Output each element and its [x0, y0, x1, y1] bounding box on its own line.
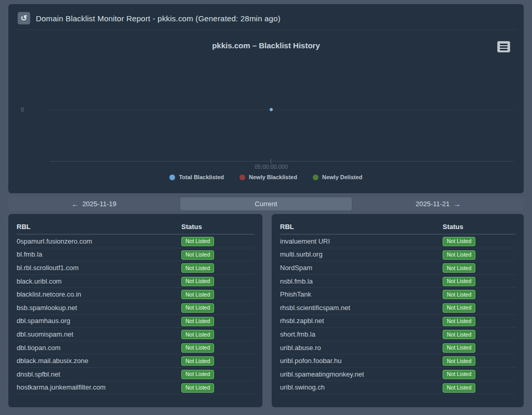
status-cell: Not Listed [443, 382, 515, 393]
rbl-name: dbl.tiopan.com [17, 344, 181, 352]
status-cell: Not Listed [181, 276, 254, 286]
rbl-name: bsb.spamlookup.net [17, 304, 181, 312]
x-axis-tick [271, 159, 271, 164]
y-axis-tick-label: 0 [12, 106, 24, 113]
table-row: uribl.pofon.foobar.huNot Listed [280, 354, 515, 368]
rbl-name: uribl.abuse.ro [280, 344, 443, 352]
status-column-header: Status [181, 223, 254, 231]
status-cell: Not Listed [181, 369, 254, 379]
report-header: ↺ Domain Blacklist Monitor Report - pkki… [8, 4, 524, 24]
rbl-name: nsbl.fmb.la [280, 277, 443, 285]
chart-legend: Total BlacklistedNewly BlacklistedNewly … [8, 174, 524, 180]
legend-dot-icon [313, 175, 318, 180]
rbl-name: blacklist.netcore.co.in [17, 290, 181, 298]
rbl-name: dbl.spamhaus.org [17, 317, 181, 325]
table-row: dbl.spamhaus.orgNot Listed [17, 315, 254, 328]
current-day-label: Current [255, 200, 277, 208]
status-badge: Not Listed [443, 290, 475, 299]
table-row: bl.fmb.laNot Listed [17, 248, 254, 262]
status-cell: Not Listed [443, 263, 515, 273]
report-title: Domain Blacklist Monitor Report - pkkis.… [36, 14, 281, 23]
rbl-name: NordSpam [280, 264, 443, 272]
rbl-name: uribl.spameatingmonkey.net [280, 370, 443, 378]
blacklist-history-chart: pkkis.com – Blacklist History 0 05:00:00… [8, 30, 524, 188]
date-navigation: ← 2025-11-19 Current 2025-11-21 → [8, 197, 524, 210]
current-day-button[interactable]: Current [180, 197, 351, 210]
status-cell: Not Listed [181, 263, 254, 273]
table-row: short.fmb.laNot Listed [280, 328, 515, 341]
table-row: bl.rbl.scrolloutf1.comNot Listed [17, 261, 254, 275]
status-cell: Not Listed [443, 342, 515, 353]
rbl-column-header: RBL [280, 223, 443, 231]
legend-label: Newly Delisted [322, 174, 363, 180]
rbl-name: multi.surbl.org [280, 250, 443, 258]
status-cell: Not Listed [181, 342, 254, 353]
table-row: hostkarma.junkemailfilter.comNot Listed [17, 381, 254, 395]
prev-day-label: 2025-11-19 [82, 200, 116, 208]
rbl-name: dblack.mail.abusix.zone [17, 357, 181, 365]
status-cell: Not Listed [181, 249, 254, 260]
status-cell: Not Listed [443, 329, 515, 340]
legend-dot-icon [169, 175, 175, 180]
table-row: nsbl.fmb.laNot Listed [280, 275, 515, 288]
legend-item[interactable]: Newly Delisted [313, 174, 363, 180]
next-day-button[interactable]: 2025-11-21 → [353, 197, 524, 210]
status-badge: Not Listed [443, 277, 475, 286]
rbl-table-header: RBL Status [280, 221, 515, 235]
status-badge: Not Listed [181, 370, 214, 379]
y-gridline [49, 110, 513, 110]
status-cell: Not Listed [443, 249, 515, 260]
next-day-label: 2025-11-21 [416, 200, 450, 208]
legend-item[interactable]: Newly Blacklisted [240, 174, 297, 180]
rbl-name: bl.fmb.la [17, 250, 181, 258]
table-row: black.uribl.comNot Listed [17, 275, 254, 288]
table-row: uribl.swinog.chNot Listed [280, 381, 515, 395]
rbl-name: dnsbl.spfbl.net [17, 370, 181, 378]
status-cell: Not Listed [181, 289, 254, 300]
table-row: dnsbl.spfbl.netNot Listed [17, 368, 254, 381]
table-row: 0spamurl.fusionzero.comNot Listed [17, 235, 254, 248]
status-badge: Not Listed [181, 317, 214, 326]
legend-label: Newly Blacklisted [249, 174, 297, 180]
rbl-name: black.uribl.com [17, 277, 181, 285]
page: ↺ Domain Blacklist Monitor Report - pkki… [0, 0, 532, 415]
table-row: dbl.tiopan.comNot Listed [17, 341, 254, 355]
legend-item[interactable]: Total Blacklisted [169, 174, 224, 180]
status-badge: Not Listed [181, 303, 214, 313]
table-row: uribl.spameatingmonkey.netNot Listed [280, 368, 515, 381]
status-column-header: Status [443, 223, 515, 231]
prev-day-button[interactable]: ← 2025-11-19 [8, 197, 179, 210]
table-row: rhsbl.zapbl.netNot Listed [280, 315, 515, 328]
status-cell: Not Listed [181, 356, 254, 366]
status-badge: Not Listed [181, 263, 214, 273]
status-cell: Not Listed [443, 236, 515, 246]
rbl-table-right: RBL Status invaluement URINot Listedmult… [272, 214, 524, 407]
status-badge: Not Listed [181, 356, 214, 366]
arrow-left-icon: ← [71, 200, 78, 208]
data-point[interactable] [270, 108, 273, 111]
chart-context-menu-button[interactable] [497, 41, 510, 52]
history-back-button[interactable]: ↺ [18, 12, 30, 24]
status-badge: Not Listed [181, 383, 214, 393]
table-row: NordSpamNot Listed [280, 261, 515, 275]
status-cell: Not Listed [443, 316, 515, 326]
rbl-table-body: 0spamurl.fusionzero.comNot Listedbl.fmb.… [17, 235, 254, 394]
status-badge: Not Listed [181, 250, 214, 260]
rbl-name: bl.rbl.scrolloutf1.com [17, 264, 181, 272]
table-row: rhsbl.scientificspam.netNot Listed [280, 301, 515, 315]
arrow-right-icon: → [454, 200, 461, 208]
status-cell: Not Listed [443, 356, 515, 366]
status-cell: Not Listed [181, 236, 254, 246]
status-badge: Not Listed [443, 330, 475, 339]
status-cell: Not Listed [181, 382, 254, 393]
table-row: uribl.abuse.roNot Listed [280, 341, 515, 355]
rbl-name: rhsbl.scientificspam.net [280, 304, 443, 312]
blacklist-history-panel: ↺ Domain Blacklist Monitor Report - pkki… [8, 4, 524, 193]
status-badge: Not Listed [181, 277, 214, 286]
rbl-name: 0spamurl.fusionzero.com [17, 237, 181, 245]
status-cell: Not Listed [181, 316, 254, 326]
chart-title: pkkis.com – Blacklist History [8, 41, 524, 50]
status-cell: Not Listed [443, 289, 515, 300]
status-badge: Not Listed [443, 343, 475, 353]
rbl-table-header: RBL Status [17, 221, 254, 235]
